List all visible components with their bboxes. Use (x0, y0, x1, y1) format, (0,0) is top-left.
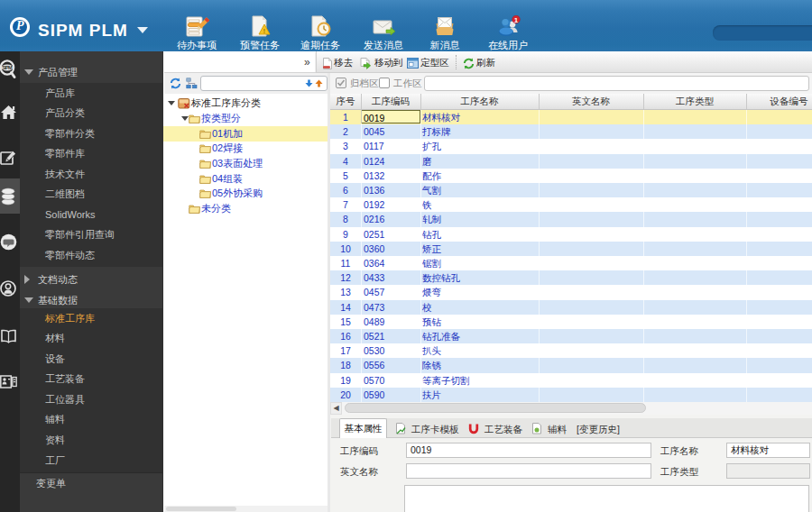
svg-text:!: ! (263, 28, 265, 34)
svg-text:SIPM: SIPM (3, 65, 13, 70)
svg-text:1: 1 (514, 16, 519, 24)
